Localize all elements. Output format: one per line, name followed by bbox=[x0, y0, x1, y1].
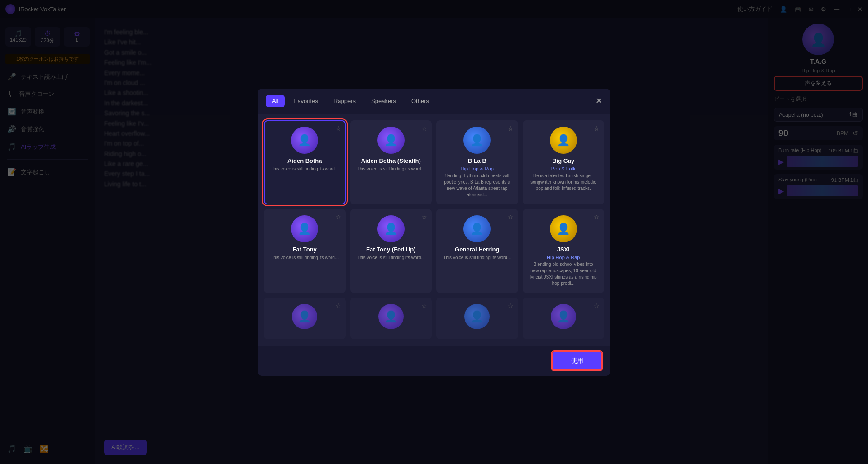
fav-icon-6[interactable]: ☆ bbox=[508, 213, 514, 221]
voice-desc-6: This voice is still finding its word... bbox=[443, 255, 511, 261]
voice-desc-0: This voice is still finding its word... bbox=[271, 166, 339, 172]
modal-body: ☆ 👤 Aiden Botha This voice is still find… bbox=[258, 114, 610, 346]
tab-others[interactable]: Others bbox=[405, 95, 435, 107]
fav-icon-10[interactable]: ☆ bbox=[508, 302, 514, 309]
fav-icon-1[interactable]: ☆ bbox=[421, 125, 427, 132]
fav-icon-7[interactable]: ☆ bbox=[594, 213, 600, 221]
voice-card-partial-3[interactable]: ☆ 👤 bbox=[436, 298, 518, 339]
voice-desc-4: This voice is still finding its word... bbox=[271, 255, 339, 261]
voice-name-4: Fat Tony bbox=[293, 246, 317, 253]
avatar-big-gay: 👤 bbox=[550, 127, 577, 154]
fav-icon-9[interactable]: ☆ bbox=[421, 302, 427, 309]
voice-card-aiden-botha-stealth[interactable]: ☆ 👤 Aiden Botha (Stealth) This voice is … bbox=[350, 120, 432, 204]
voice-desc-1: This voice is still finding its word... bbox=[357, 166, 425, 172]
voice-desc-3: He is a talented British singer-songwrit… bbox=[529, 173, 598, 192]
voice-name-5: Fat Tony (Fed Up) bbox=[366, 246, 416, 253]
avatar-partial-4: 👤 bbox=[551, 304, 576, 329]
voice-name-6: General Herring bbox=[455, 246, 499, 253]
fav-icon-4[interactable]: ☆ bbox=[335, 213, 341, 221]
voice-genre-3: Pop & Folk bbox=[551, 166, 576, 171]
avatar-jsxi: 👤 bbox=[550, 215, 577, 242]
avatar-general-herring: 👤 bbox=[463, 215, 491, 242]
avatar-aiden-botha: 👤 bbox=[291, 127, 318, 154]
tab-speakers[interactable]: Speakers bbox=[365, 95, 402, 107]
voice-card-partial-4[interactable]: ☆ 👤 bbox=[523, 298, 605, 339]
voice-desc-5: This voice is still finding its word... bbox=[357, 255, 425, 261]
voice-card-partial-1[interactable]: ☆ 👤 bbox=[264, 298, 346, 339]
fav-icon-11[interactable]: ☆ bbox=[594, 302, 600, 309]
voice-name-7: JSXI bbox=[557, 246, 570, 253]
voice-card-fat-tony[interactable]: ☆ 👤 Fat Tony This voice is still finding… bbox=[264, 209, 346, 293]
modal-footer: 使用 bbox=[258, 346, 610, 376]
voice-desc-2: Blending rhythmic club beats with poetic… bbox=[443, 173, 512, 198]
avatar-partial-1: 👤 bbox=[292, 304, 317, 329]
tab-all[interactable]: All bbox=[266, 95, 285, 107]
voice-card-b-la-b[interactable]: ☆ 👤 B La B Hip Hop & Rap Blending rhythm… bbox=[436, 120, 518, 204]
use-button[interactable]: 使用 bbox=[552, 351, 602, 370]
avatar-aiden-botha-stealth: 👤 bbox=[377, 127, 405, 154]
avatar-b-la-b: 👤 bbox=[463, 127, 491, 154]
voice-genre-7: Hip Hop & Rap bbox=[547, 255, 580, 260]
tab-rappers[interactable]: Rappers bbox=[327, 95, 362, 107]
avatar-fat-tony: 👤 bbox=[291, 215, 318, 242]
voice-card-partial-2[interactable]: ☆ 👤 bbox=[350, 298, 432, 339]
voice-genre-2: Hip Hop & Rap bbox=[461, 166, 494, 171]
voice-name-3: Big Gay bbox=[552, 157, 574, 164]
fav-icon-5[interactable]: ☆ bbox=[421, 213, 427, 221]
avatar-partial-3: 👤 bbox=[464, 304, 490, 329]
avatar-fat-tony-fed-up: 👤 bbox=[377, 215, 405, 242]
voice-desc-7: Blending old school vibes into new rap l… bbox=[529, 261, 598, 287]
voice-card-big-gay[interactable]: ☆ 👤 Big Gay Pop & Folk He is a talented … bbox=[523, 120, 605, 204]
fav-icon-0[interactable]: ☆ bbox=[335, 125, 341, 132]
modal-overlay: All Favorites Rappers Speakers Others ✕ … bbox=[0, 0, 868, 464]
modal-close-button[interactable]: ✕ bbox=[596, 96, 602, 106]
voice-name-1: Aiden Botha (Stealth) bbox=[361, 157, 421, 164]
voice-card-general-herring[interactable]: ☆ 👤 General Herring This voice is still … bbox=[436, 209, 518, 293]
fav-icon-2[interactable]: ☆ bbox=[508, 125, 514, 132]
voice-card-aiden-botha[interactable]: ☆ 👤 Aiden Botha This voice is still find… bbox=[264, 120, 346, 204]
voice-name-2: B La B bbox=[468, 157, 486, 164]
voice-name-0: Aiden Botha bbox=[287, 157, 322, 164]
voice-modal: All Favorites Rappers Speakers Others ✕ … bbox=[258, 89, 610, 376]
fav-icon-3[interactable]: ☆ bbox=[594, 125, 600, 132]
fav-icon-8[interactable]: ☆ bbox=[335, 302, 341, 309]
tab-favorites[interactable]: Favorites bbox=[287, 95, 324, 107]
voice-card-fat-tony-fed-up[interactable]: ☆ 👤 Fat Tony (Fed Up) This voice is stil… bbox=[350, 209, 432, 293]
voice-card-jsxi[interactable]: ☆ 👤 JSXI Hip Hop & Rap Blending old scho… bbox=[523, 209, 605, 293]
modal-header: All Favorites Rappers Speakers Others ✕ bbox=[258, 89, 610, 114]
avatar-partial-2: 👤 bbox=[378, 304, 404, 329]
